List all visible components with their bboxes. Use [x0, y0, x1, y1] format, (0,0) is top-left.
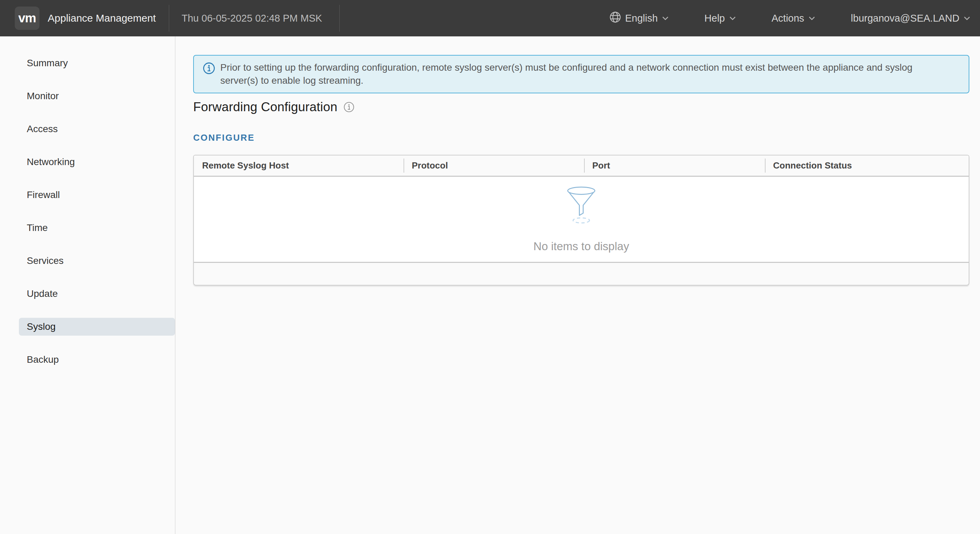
column-header-protocol[interactable]: Protocol [404, 155, 584, 176]
main-content: Prior to setting up the forwarding confi… [176, 37, 980, 534]
sidebar-item-backup[interactable]: Backup [0, 343, 175, 376]
actions-label: Actions [772, 13, 804, 24]
filter-funnel-icon [565, 186, 597, 227]
table-footer [194, 262, 969, 285]
sidebar-item-label: Firewall [27, 190, 60, 201]
chevron-down-icon [662, 16, 669, 21]
globe-icon [609, 11, 621, 26]
header-divider [339, 5, 340, 32]
user-label: lburganova@SEA.LAND [851, 13, 959, 24]
sidebar-item-time[interactable]: Time [0, 211, 175, 244]
chevron-down-icon [808, 16, 815, 21]
page-title: Forwarding Configuration [193, 100, 337, 114]
sidebar-item-label: Services [27, 255, 64, 266]
sidebar-item-update[interactable]: Update [0, 277, 175, 310]
sidebar-item-networking[interactable]: Networking [0, 145, 175, 179]
configure-button[interactable]: CONFIGURE [193, 132, 255, 143]
sidebar: SummaryMonitorAccessNetworkingFirewallTi… [0, 37, 175, 534]
sidebar-item-label: Syslog [27, 321, 56, 332]
header-timestamp: Thu 06-05-2025 02:48 PM MSK [181, 13, 322, 24]
sidebar-item-label: Time [27, 222, 48, 233]
vmware-logo-text: vm [18, 11, 36, 26]
help-label: Help [705, 13, 725, 24]
info-tooltip-icon[interactable] [344, 102, 355, 113]
app-title: Appliance Management [48, 12, 156, 24]
column-header-remote-syslog-host[interactable]: Remote Syslog Host [194, 155, 404, 176]
section-header: Forwarding Configuration [193, 98, 969, 116]
info-banner-text: Prior to setting up the forwarding confi… [220, 61, 934, 87]
sidebar-item-access[interactable]: Access [0, 113, 175, 145]
language-menu[interactable]: English [609, 11, 669, 26]
table-empty-state: No items to display [194, 177, 969, 262]
top-bar: vm Appliance Management Thu 06-05-2025 0… [0, 0, 980, 37]
syslog-forwarding-table: Remote Syslog HostProtocolPortConnection… [193, 155, 969, 285]
header-divider [169, 5, 169, 32]
sidebar-item-services[interactable]: Services [0, 244, 175, 277]
sidebar-item-label: Summary [27, 57, 68, 69]
sidebar-item-firewall[interactable]: Firewall [0, 179, 175, 211]
column-header-connection-status[interactable]: Connection Status [765, 155, 969, 176]
sidebar-item-label: Update [27, 288, 58, 299]
vmware-logo[interactable]: vm [15, 6, 40, 30]
info-icon [203, 62, 215, 76]
sidebar-item-label: Monitor [27, 91, 59, 102]
sidebar-item-label: Backup [27, 354, 59, 365]
help-menu[interactable]: Help [705, 13, 736, 24]
user-menu[interactable]: lburganova@SEA.LAND [851, 13, 970, 24]
column-header-port[interactable]: Port [584, 155, 765, 176]
chevron-down-icon [964, 16, 970, 21]
sidebar-nav-list: SummaryMonitorAccessNetworkingFirewallTi… [0, 37, 175, 376]
sidebar-item-summary[interactable]: Summary [0, 47, 175, 80]
table-header-row: Remote Syslog HostProtocolPortConnection… [194, 155, 969, 177]
sidebar-item-syslog[interactable]: Syslog [0, 310, 175, 343]
sidebar-item-monitor[interactable]: Monitor [0, 80, 175, 113]
sidebar-item-label: Networking [27, 156, 75, 167]
info-banner: Prior to setting up the forwarding confi… [193, 55, 969, 93]
chevron-down-icon [729, 16, 736, 21]
sidebar-item-label: Access [27, 124, 58, 134]
actions-menu[interactable]: Actions [772, 13, 815, 24]
header-right-menus: English Help Actions lburganova@SEA.LAND [609, 11, 970, 26]
language-label: English [625, 13, 658, 24]
empty-state-message: No items to display [534, 240, 629, 253]
